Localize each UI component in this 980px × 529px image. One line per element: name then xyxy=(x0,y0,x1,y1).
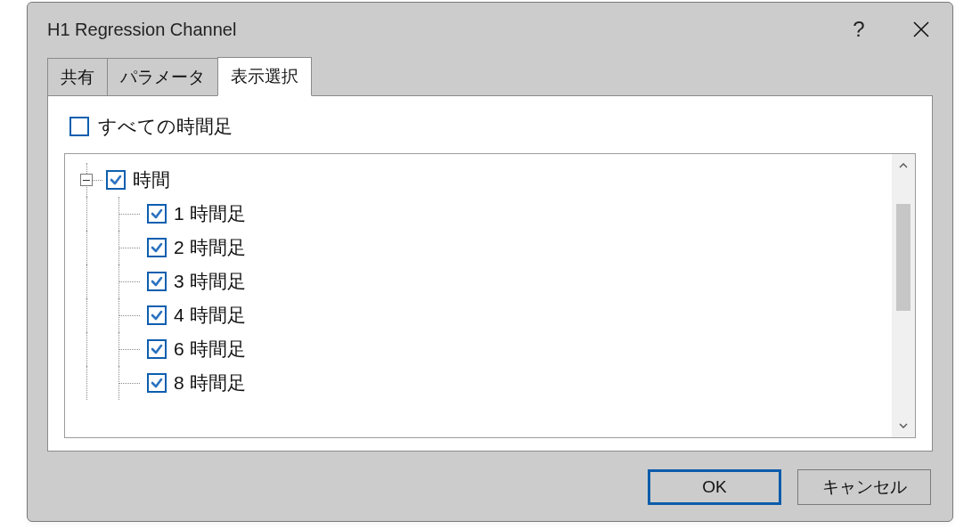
tree-group-row: 時間 xyxy=(65,163,892,197)
tree-item-label: 4 時間足 xyxy=(174,303,246,328)
tab-label: 表示選択 xyxy=(231,67,298,85)
tree-indent xyxy=(65,231,106,264)
all-timeframes-checkbox[interactable] xyxy=(69,117,89,136)
chevron-up-icon xyxy=(899,161,908,170)
tree-connector xyxy=(106,231,147,264)
tree-item-row: 4 時間足 xyxy=(65,298,892,332)
tree-item-row: 2 時間足 xyxy=(65,231,892,264)
tab-label: 共有 xyxy=(61,68,94,86)
ok-button[interactable]: OK xyxy=(648,469,781,505)
tree-item-row: 3 時間足 xyxy=(65,264,892,298)
tree-indent xyxy=(65,298,106,332)
scroll-thumb[interactable] xyxy=(896,204,911,311)
timeframe-tree-container: 時間 1 時間足 xyxy=(64,153,916,438)
tree-item-checkbox[interactable] xyxy=(147,305,167,325)
scroll-down-arrow[interactable] xyxy=(892,414,915,437)
tree-connector xyxy=(106,332,147,366)
tab-label: パラメータ xyxy=(120,68,205,86)
button-label: OK xyxy=(702,477,726,497)
tree-connector xyxy=(65,163,106,197)
tab-display-selection[interactable]: 表示選択 xyxy=(217,57,312,96)
checkmark-icon xyxy=(150,240,164,255)
tree-connector xyxy=(106,366,147,400)
checkmark-icon xyxy=(150,207,164,221)
cancel-button[interactable]: キャンセル xyxy=(797,469,931,505)
tab-parameters[interactable]: パラメータ xyxy=(107,58,218,96)
button-label: キャンセル xyxy=(822,476,907,499)
checkmark-icon xyxy=(150,342,164,356)
tree-item-row: 8 時間足 xyxy=(65,366,892,400)
all-timeframes-label: すべての時間足 xyxy=(98,114,233,139)
tree-item-label: 3 時間足 xyxy=(174,269,246,294)
help-button[interactable]: ? xyxy=(828,3,890,56)
checkmark-icon xyxy=(150,274,164,289)
tab-strip: 共有 パラメータ 表示選択 xyxy=(28,56,952,95)
dialog-title: H1 Regression Channel xyxy=(47,20,828,40)
scroll-track[interactable] xyxy=(892,177,915,414)
checkmark-icon xyxy=(109,173,123,187)
tab-panel-display-selection: すべての時間足 時間 xyxy=(47,95,933,452)
tree-item-checkbox[interactable] xyxy=(147,204,167,224)
dialog-button-row: OK キャンセル xyxy=(28,452,952,521)
title-bar: H1 Regression Channel ? xyxy=(28,3,952,56)
tree-item-label: 2 時間足 xyxy=(174,235,246,260)
tree-connector xyxy=(106,197,147,231)
tree-item-label: 1 時間足 xyxy=(174,201,246,226)
all-timeframes-row: すべての時間足 xyxy=(64,114,916,139)
tree-indent xyxy=(65,366,106,400)
close-icon xyxy=(912,20,930,38)
tree-item-checkbox[interactable] xyxy=(147,373,167,393)
tree-indent xyxy=(65,197,106,231)
tree-item-checkbox[interactable] xyxy=(147,339,167,359)
tab-share[interactable]: 共有 xyxy=(47,58,108,96)
tree-item-label: 8 時間足 xyxy=(174,370,246,395)
checkmark-icon xyxy=(150,308,164,322)
tree-item-checkbox[interactable] xyxy=(147,272,167,291)
tree-indent xyxy=(65,332,106,366)
tree-expander[interactable] xyxy=(80,174,93,186)
scroll-up-arrow[interactable] xyxy=(892,154,915,177)
timeframe-tree[interactable]: 時間 1 時間足 xyxy=(65,154,892,437)
tree-item-label: 6 時間足 xyxy=(174,337,246,362)
tree-item-checkbox[interactable] xyxy=(147,238,167,257)
tree-group-label: 時間 xyxy=(133,167,170,192)
tree-item-row: 1 時間足 xyxy=(65,197,892,231)
close-button[interactable] xyxy=(890,3,952,56)
tree-indent xyxy=(65,264,106,298)
tree-scrollbar[interactable] xyxy=(892,154,915,437)
tree-group-checkbox[interactable] xyxy=(106,170,126,190)
chevron-down-icon xyxy=(899,421,908,430)
tree-connector xyxy=(106,298,147,332)
checkmark-icon xyxy=(150,376,164,390)
dialog-window: H1 Regression Channel ? 共有 パラメータ 表示選択 すべ… xyxy=(27,2,953,522)
tree-connector xyxy=(106,264,147,298)
tree-item-row: 6 時間足 xyxy=(65,332,892,366)
